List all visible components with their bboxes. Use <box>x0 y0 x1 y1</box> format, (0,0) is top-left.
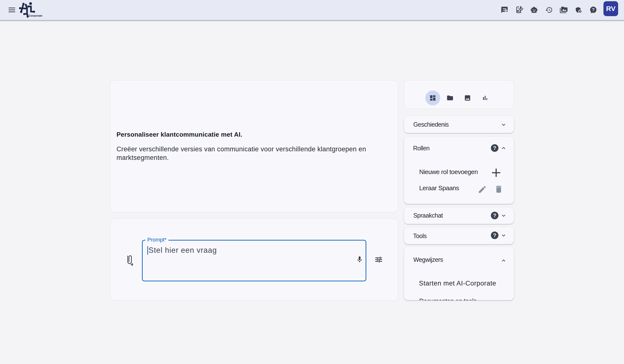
svg-text:?: ? <box>592 7 595 12</box>
svg-text:Corporate: Corporate <box>29 14 43 17</box>
